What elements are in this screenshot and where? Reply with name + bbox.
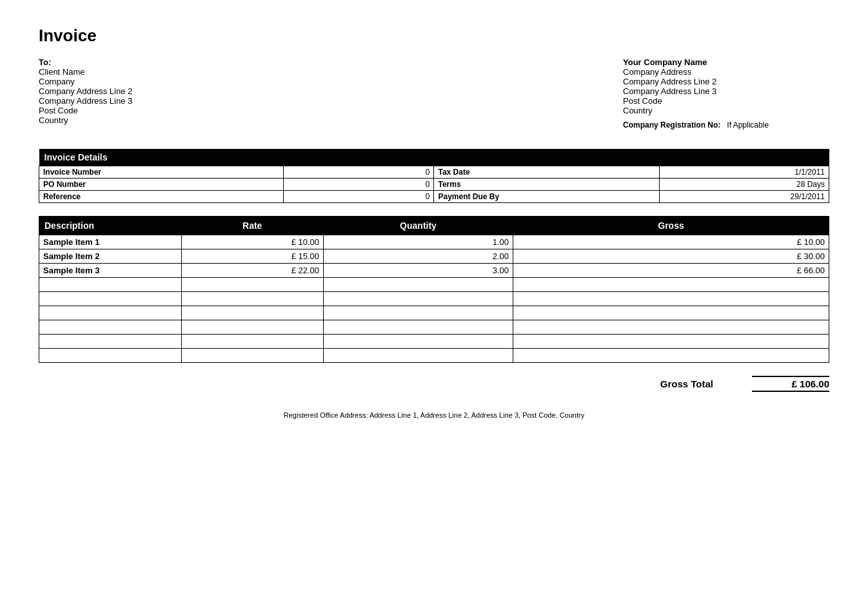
po-number-label: PO Number — [39, 179, 284, 191]
invoice-number-label: Invoice Number — [39, 166, 284, 179]
item-quantity: 3.00 — [324, 264, 513, 278]
items-header-row: Description Rate Quantity Gross — [39, 217, 829, 235]
empty-rate — [181, 292, 324, 306]
empty-desc — [39, 278, 182, 292]
gross-total-section: Gross Total £ 106.00 — [39, 376, 829, 392]
empty-desc — [39, 335, 182, 349]
invoice-number-value: 0 — [284, 166, 434, 179]
item-gross: £ 66.00 — [513, 264, 829, 278]
empty-gross — [513, 306, 829, 320]
empty-rate — [181, 320, 324, 335]
reg-row: Company Registration No: If Applicable — [623, 121, 829, 130]
po-number-row: PO Number 0 Terms 28 Days — [39, 179, 829, 191]
reg-no-label: Company Registration No: — [623, 121, 720, 130]
table-row — [39, 306, 829, 320]
gross-total-label: Gross Total — [660, 378, 713, 389]
empty-qty — [324, 320, 513, 335]
bill-to-label: To: — [39, 57, 219, 67]
item-rate: £ 15.00 — [181, 249, 324, 264]
item-quantity: 2.00 — [324, 249, 513, 264]
empty-desc — [39, 349, 182, 363]
invoice-details-table: Invoice Details Invoice Number 0 Tax Dat… — [39, 149, 829, 203]
empty-gross — [513, 320, 829, 335]
terms-value: 28 Days — [660, 179, 829, 191]
empty-rate — [181, 278, 324, 292]
empty-gross — [513, 335, 829, 349]
header-gross: Gross — [513, 217, 829, 235]
table-row — [39, 320, 829, 335]
invoice-details-header: Invoice Details — [39, 149, 829, 166]
item-gross: £ 10.00 — [513, 235, 829, 249]
header-quantity: Quantity — [324, 217, 513, 235]
tax-date-label: Tax Date — [434, 166, 660, 179]
client-name: Client Name — [39, 67, 219, 77]
empty-rate — [181, 335, 324, 349]
table-row — [39, 335, 829, 349]
table-row — [39, 292, 829, 306]
company-country: Country — [623, 106, 829, 115]
company-address-line3: Company Address Line 3 — [623, 86, 829, 96]
reference-value: 0 — [284, 191, 434, 203]
empty-gross — [513, 349, 829, 363]
terms-label: Terms — [434, 179, 660, 191]
header-rate: Rate — [181, 217, 324, 235]
tax-date-value: 1/1/2011 — [660, 166, 829, 179]
item-rate: £ 10.00 — [181, 235, 324, 249]
item-description: Sample Item 2 — [39, 249, 182, 264]
empty-qty — [324, 335, 513, 349]
your-company-name: Your Company Name — [623, 57, 829, 67]
table-row — [39, 349, 829, 363]
reference-label: Reference — [39, 191, 284, 203]
empty-qty — [324, 349, 513, 363]
table-row: Sample Item 3 £ 22.00 3.00 £ 66.00 — [39, 264, 829, 278]
footer-text: Registered Office Address: Address Line … — [39, 411, 829, 419]
payment-due-value: 29/1/2011 — [660, 191, 829, 203]
item-rate: £ 22.00 — [181, 264, 324, 278]
invoice-details-header-row: Invoice Details — [39, 149, 829, 166]
empty-desc — [39, 320, 182, 335]
reference-row: Reference 0 Payment Due By 29/1/2011 — [39, 191, 829, 203]
header-description: Description — [39, 217, 182, 235]
item-quantity: 1.00 — [324, 235, 513, 249]
empty-desc — [39, 292, 182, 306]
client-post-code: Post Code — [39, 106, 219, 115]
company-post-code: Post Code — [623, 96, 829, 106]
bill-to-section: To: Client Name Company Company Address … — [39, 57, 219, 130]
invoice-number-row: Invoice Number 0 Tax Date 1/1/2011 — [39, 166, 829, 179]
table-row — [39, 278, 829, 292]
company-address: Company Address — [623, 67, 829, 77]
payment-due-label: Payment Due By — [434, 191, 660, 203]
items-table: Description Rate Quantity Gross Sample I… — [39, 216, 829, 363]
reg-no-value: If Applicable — [727, 121, 769, 130]
empty-qty — [324, 278, 513, 292]
empty-rate — [181, 306, 324, 320]
empty-rate — [181, 349, 324, 363]
empty-gross — [513, 292, 829, 306]
invoice-title: Invoice — [39, 26, 829, 46]
empty-gross — [513, 278, 829, 292]
client-address-line3: Company Address Line 3 — [39, 96, 219, 106]
item-description: Sample Item 1 — [39, 235, 182, 249]
item-description: Sample Item 3 — [39, 264, 182, 278]
client-country: Country — [39, 115, 219, 125]
client-address-line2: Company Address Line 2 — [39, 86, 219, 96]
empty-qty — [324, 306, 513, 320]
gross-total-value: £ 106.00 — [752, 376, 829, 392]
company-info-section: Your Company Name Company Address Compan… — [623, 57, 829, 130]
empty-qty — [324, 292, 513, 306]
header-section: To: Client Name Company Company Address … — [39, 57, 829, 130]
client-company: Company — [39, 77, 219, 86]
table-row: Sample Item 1 £ 10.00 1.00 £ 10.00 — [39, 235, 829, 249]
company-address-line2: Company Address Line 2 — [623, 77, 829, 86]
po-number-value: 0 — [284, 179, 434, 191]
item-gross: £ 30.00 — [513, 249, 829, 264]
empty-desc — [39, 306, 182, 320]
table-row: Sample Item 2 £ 15.00 2.00 £ 30.00 — [39, 249, 829, 264]
